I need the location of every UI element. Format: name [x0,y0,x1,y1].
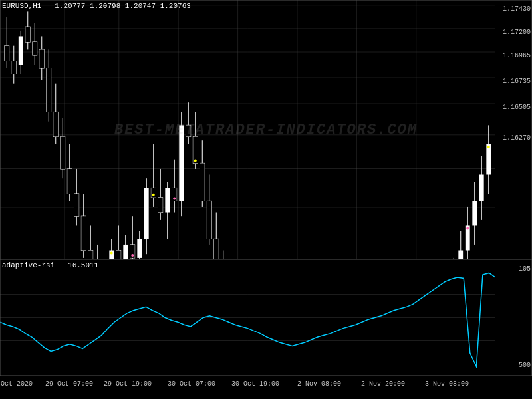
price-label-1: 1.17430 [503,5,531,13]
chart-container: EURUSD,H1 1.20777 1.20798 1.20747 1.2076… [0,0,532,399]
price-scale: 1.17430 1.17200 1.16965 1.16735 1.16505 … [495,0,532,259]
time-label-4: 30 Oct 19:00 [231,380,279,388]
indicator-chart: adaptive-rsi 16.5011 105 500 [0,259,532,376]
time-label-1: 29 Oct 07:00 [45,380,93,388]
indicator-value: 16.5011 [68,261,98,269]
price-label-4: 1.16735 [503,78,531,85]
symbol-label: EURUSD,H1 1.20777 1.20798 1.20747 1.2076… [2,2,191,10]
main-chart: EURUSD,H1 1.20777 1.20798 1.20747 1.2076… [0,0,532,259]
time-label-3: 30 Oct 07:00 [168,380,215,388]
indicator-name: adaptive-rsi [2,261,55,269]
price-label-5: 1.16505 [503,104,531,111]
ohlc-text: 1.20777 1.20798 1.20747 1.20763 [55,2,191,10]
indicator-level-1: 105 [519,265,531,273]
indicator-scale: 105 500 [495,259,532,376]
price-label-6: 1.16270 [503,134,531,142]
time-label-6: 2 Nov 20:00 [361,380,405,388]
time-label-5: 2 Nov 08:00 [297,380,341,388]
time-label-7: 3 Nov 08:00 [425,380,469,388]
indicator-label: adaptive-rsi 16.5011 [2,261,98,269]
price-label-3: 1.16965 [503,52,531,59]
time-label-0: 28 Oct 2020 [0,380,33,388]
symbol-text: EURUSD,H1 [2,2,41,10]
time-axis: 28 Oct 2020 29 Oct 07:00 29 Oct 19:00 30… [0,376,532,389]
time-label-2: 29 Oct 19:00 [104,380,152,388]
indicator-level-2: 500 [519,362,531,369]
price-label-2: 1.17200 [503,29,531,36]
